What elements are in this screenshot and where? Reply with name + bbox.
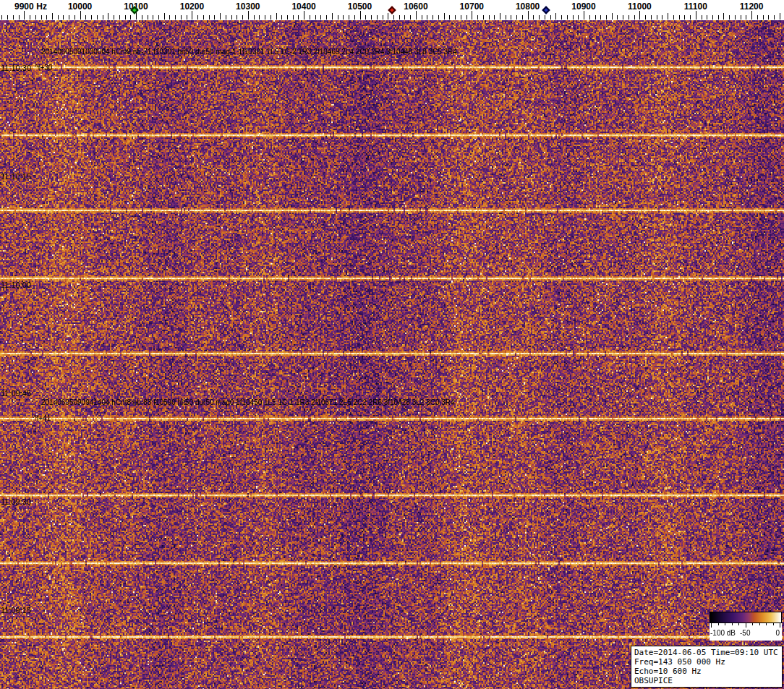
freq-tick	[600, 15, 601, 20]
colorbar-min-label: -100 dB	[710, 629, 736, 637]
colorbar-tick	[752, 623, 753, 625]
colorbar-tick	[746, 623, 746, 628]
freq-tick	[304, 11, 304, 20]
freq-tick	[483, 15, 484, 20]
freq-tick	[466, 15, 467, 20]
freq-tick	[516, 15, 517, 20]
freq-tick	[433, 15, 433, 20]
freq-tick	[360, 11, 361, 20]
freq-tick	[349, 15, 349, 20]
freq-tick	[455, 15, 456, 20]
freq-tick	[528, 11, 529, 20]
colorbar-tick	[773, 623, 774, 625]
freq-unit-label: Hz	[36, 1, 47, 12]
freq-tick	[651, 15, 652, 20]
freq-tick	[197, 15, 198, 20]
freq-tick	[35, 15, 36, 20]
freq-tick	[58, 15, 59, 20]
freq-tick	[320, 15, 321, 20]
freq-tick	[148, 15, 148, 20]
freq-tick	[30, 15, 30, 20]
colorbar-max-label: 0	[775, 629, 780, 637]
freq-tick	[399, 15, 400, 20]
colorbar-gradient	[710, 612, 781, 622]
freq-tick	[69, 15, 69, 20]
freq-tick	[226, 15, 226, 20]
freq-tick	[377, 15, 378, 20]
freq-tick	[668, 13, 668, 20]
freq-tick	[617, 15, 618, 20]
freq-tick	[142, 15, 142, 20]
freq-tick	[46, 15, 47, 20]
freq-tick	[338, 15, 338, 20]
colorbar-tick	[738, 623, 739, 625]
freq-tick	[545, 15, 545, 20]
freq-tick	[125, 15, 126, 20]
freq-tick	[723, 13, 724, 20]
color-scale-legend: -100 dB -50 0	[710, 612, 782, 641]
freq-tick	[416, 11, 417, 20]
freq-tick	[461, 15, 461, 20]
colorbar-tick	[725, 623, 725, 625]
freq-tick	[103, 15, 103, 20]
freq-tick	[63, 15, 64, 20]
freq-tick	[91, 15, 92, 20]
colorbar-frame	[710, 612, 782, 623]
freq-tick	[533, 15, 534, 20]
freq-tick	[371, 15, 372, 20]
freq-tick	[702, 15, 702, 20]
freq-tick	[19, 15, 20, 20]
freq-tick	[707, 15, 707, 20]
freq-tick	[746, 15, 746, 20]
spectrogram-canvas[interactable]	[0, 20, 784, 689]
freq-tick	[393, 15, 394, 20]
freq-tick	[472, 11, 472, 20]
colorbar-tick	[766, 623, 767, 625]
freq-tick	[489, 15, 490, 20]
freq-tick	[181, 15, 182, 20]
freq-tick	[13, 15, 14, 20]
colorbar-tick	[780, 623, 780, 628]
freq-tick	[270, 15, 271, 20]
freq-tick	[203, 15, 204, 20]
colorbar-tick	[718, 623, 719, 625]
freq-tick	[254, 15, 255, 20]
freq-tick	[242, 15, 243, 20]
info-echo-line: Echo=10 600 Hz	[634, 667, 779, 676]
info-date-line: Date=2014-06-05 Time=09:10 UTC	[634, 648, 779, 657]
freq-tick	[287, 15, 288, 20]
freq-tick	[567, 15, 568, 20]
freq-tick	[741, 15, 741, 20]
freq-tick	[679, 15, 680, 20]
freq-tick	[589, 15, 590, 20]
freq-tick	[712, 15, 713, 20]
freq-tick	[24, 11, 25, 20]
freq-tick	[108, 13, 108, 20]
freq-tick	[214, 15, 215, 20]
freq-tick	[281, 15, 282, 20]
freq-tick	[326, 15, 327, 20]
freq-tick	[119, 15, 120, 20]
freq-tick	[606, 15, 607, 20]
freq-tick	[298, 15, 299, 20]
freq-tick	[259, 15, 260, 20]
colorbar-tick	[732, 623, 733, 625]
freq-tick	[477, 15, 478, 20]
freq-tick	[438, 15, 439, 20]
freq-tick	[404, 15, 405, 20]
freq-tick	[506, 15, 506, 20]
freq-tick	[729, 15, 730, 20]
freq-tick	[684, 15, 685, 20]
freq-tick	[158, 15, 159, 20]
freq-tick	[130, 15, 131, 20]
freq-tick	[780, 13, 780, 20]
freq-tick	[584, 11, 584, 20]
freq-tick	[645, 15, 646, 20]
freq-tick	[293, 15, 294, 20]
colorbar-tick	[759, 623, 760, 625]
freq-tick	[662, 15, 662, 20]
info-freq-line: Freq=143 050 000 Hz	[634, 657, 779, 667]
info-box: Date=2014-06-05 Time=09:10 UTC Freq=143 …	[631, 646, 783, 688]
freq-tick	[696, 11, 696, 20]
freq-tick	[169, 15, 170, 20]
